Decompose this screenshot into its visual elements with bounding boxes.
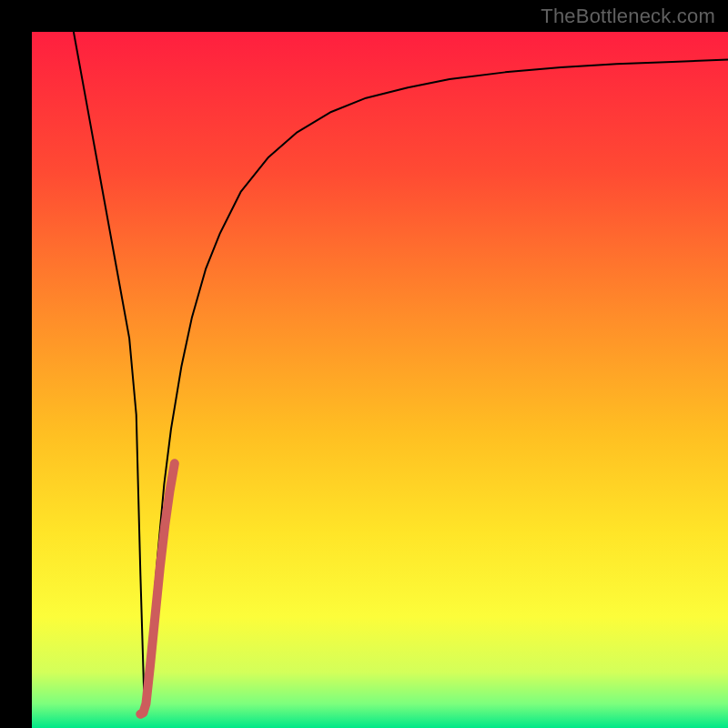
plot-background-gradient: [32, 32, 728, 728]
watermark-text: TheBottleneck.com: [541, 5, 715, 28]
bottleneck-chart: [0, 0, 728, 728]
chart-stage: TheBottleneck.com: [0, 0, 728, 728]
